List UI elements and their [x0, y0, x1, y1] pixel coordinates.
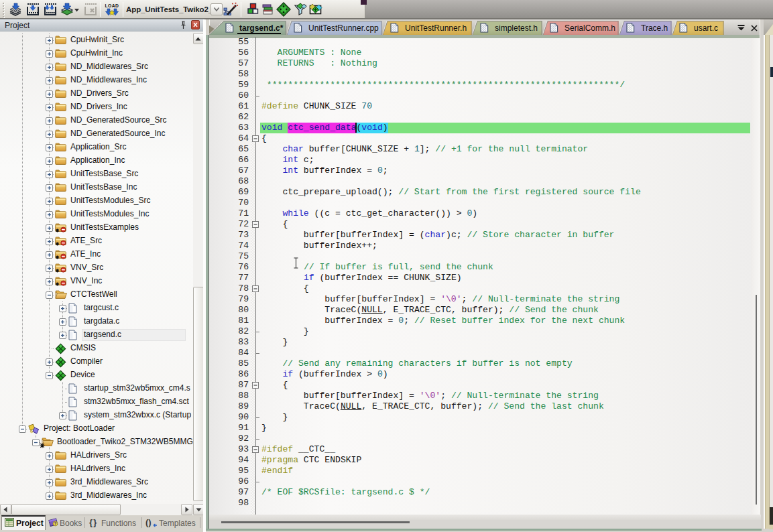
- svg-text:?: ?: [54, 521, 57, 526]
- svg-text:LOAD: LOAD: [105, 3, 119, 8]
